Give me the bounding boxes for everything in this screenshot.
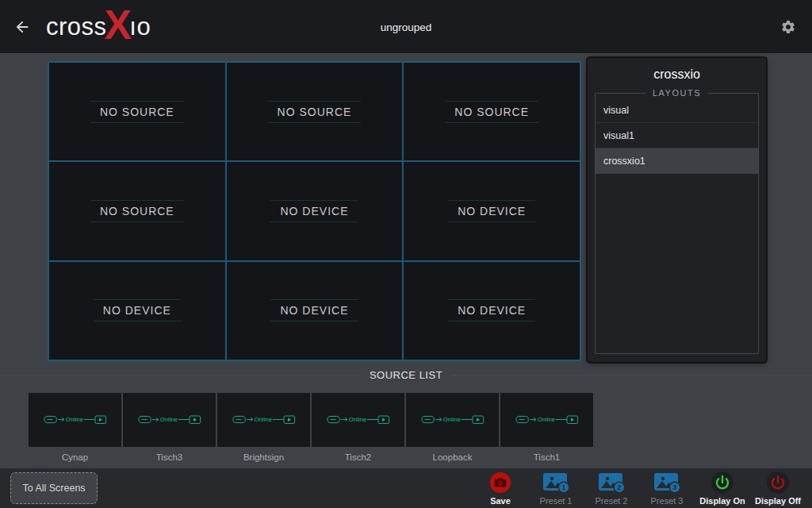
online-status-icon: Online	[232, 412, 296, 428]
grid-cell-7[interactable]: NO DEVICE	[49, 262, 225, 360]
svg-text:2: 2	[617, 483, 621, 491]
gear-icon	[780, 19, 796, 35]
grid-cell-6[interactable]: NO DEVICE	[404, 162, 580, 260]
source-tile-label: Loopback	[406, 452, 499, 462]
save-label: Save	[490, 496, 511, 506]
source-tile[interactable]: Online Loopback	[406, 393, 499, 462]
grid-cell-label: NO SOURCE	[90, 101, 184, 123]
source-thumbnail: Online	[312, 393, 404, 447]
online-status-icon: Online	[327, 412, 390, 428]
online-status-icon: Online	[421, 412, 485, 428]
preset-image-icon: 1	[542, 471, 570, 494]
app-logo: cross X ıo	[46, 10, 151, 44]
grid-cell-label: NO DEVICE	[448, 200, 535, 222]
online-status-icon: Online	[44, 412, 107, 428]
source-thumbnail: Online	[500, 393, 593, 447]
source-tile-label: Brightsign	[217, 452, 310, 462]
bottom-action-bar: To All Screens Save	[0, 468, 812, 508]
svg-text:Online: Online	[537, 416, 554, 423]
svg-text:Online: Online	[348, 416, 366, 423]
arrow-left-icon	[13, 18, 31, 36]
preset-3-label: Preset 3	[651, 496, 684, 506]
grid-cell-4[interactable]: NO SOURCE	[49, 162, 225, 260]
display-on-label: Display On	[699, 496, 745, 506]
grid-cell-5[interactable]: NO DEVICE	[227, 162, 403, 260]
svg-text:Online: Online	[65, 416, 82, 423]
layout-item-crossxio1[interactable]: crossxio1	[596, 148, 758, 174]
settings-button[interactable]	[771, 10, 806, 44]
to-all-screens-button[interactable]: To All Screens	[10, 472, 98, 504]
power-off-icon	[766, 471, 790, 495]
preset-3-button[interactable]: 3 Preset 3	[639, 471, 695, 506]
source-tiles-row: Online Cynap Online Tisch3	[29, 393, 595, 462]
source-tile[interactable]: Online Brightsign	[217, 393, 310, 462]
layouts-section-label: LAYOUTS	[645, 88, 708, 98]
logo-text-post: ıo	[129, 13, 151, 41]
source-tile-label: Tisch3	[123, 452, 216, 462]
source-tile-label: Tisch2	[312, 452, 404, 462]
grid-cell-2[interactable]: NO SOURCE	[227, 63, 403, 160]
panel-title: crossxio	[588, 58, 766, 88]
source-thumbnail: Online	[217, 393, 310, 447]
layout-item-visual[interactable]: visual	[596, 98, 758, 123]
display-off-button[interactable]: Display Off	[750, 471, 806, 506]
svg-text:Online: Online	[159, 416, 177, 423]
grid-cell-label: NO DEVICE	[270, 299, 358, 321]
preset-1-button[interactable]: 1 Preset 1	[528, 471, 584, 506]
source-tile-label: Cynap	[29, 452, 121, 462]
online-status-icon: Online	[515, 412, 579, 428]
preset-2-button[interactable]: 2 Preset 2	[584, 471, 639, 506]
logo-text-pre: cross	[46, 13, 107, 41]
display-on-button[interactable]: Display On	[695, 471, 750, 506]
preset-1-label: Preset 1	[540, 496, 573, 506]
layout-list: visual visual1 crossxio1	[596, 98, 758, 174]
source-thumbnail: Online	[406, 393, 499, 447]
back-button[interactable]	[3, 8, 41, 46]
grid-cell-9[interactable]: NO DEVICE	[404, 262, 580, 360]
divider-line	[452, 375, 812, 375]
source-list-label: SOURCE LIST	[360, 369, 452, 381]
source-thumbnail: Online	[123, 393, 216, 447]
logo-x: X	[105, 9, 132, 42]
online-status-icon: Online	[138, 412, 201, 428]
grid-cell-label: NO DEVICE	[270, 200, 358, 222]
preset-2-label: Preset 2	[596, 496, 628, 506]
source-tile[interactable]: Online Tisch1	[500, 393, 593, 462]
video-wall-grid: NO SOURCE NO SOURCE NO SOURCE NO SOURCE …	[48, 61, 581, 361]
camera-save-icon	[489, 471, 511, 494]
power-on-icon	[710, 471, 734, 495]
source-tile[interactable]: Online Cynap	[29, 393, 121, 462]
grid-cell-label: NO SOURCE	[90, 200, 184, 222]
top-app-bar: cross X ıo ungrouped	[0, 0, 812, 53]
source-tile[interactable]: Online Tisch3	[123, 393, 216, 462]
divider-line	[0, 375, 360, 375]
bottom-actions: Save 1 Preset 1	[473, 471, 806, 506]
grid-cell-8[interactable]: NO DEVICE	[227, 262, 403, 360]
svg-text:3: 3	[672, 483, 676, 491]
source-tile-label: Tisch1	[500, 452, 593, 462]
source-list-divider: SOURCE LIST	[0, 369, 812, 381]
svg-text:1: 1	[561, 483, 566, 491]
grid-cell-label: NO DEVICE	[448, 299, 535, 321]
display-off-label: Display Off	[755, 496, 801, 506]
grid-cell-3[interactable]: NO SOURCE	[404, 63, 580, 160]
save-button[interactable]: Save	[473, 471, 528, 506]
grid-cell-label: NO SOURCE	[268, 101, 362, 123]
group-title: ungrouped	[381, 21, 432, 33]
svg-text:Online: Online	[442, 416, 460, 423]
svg-text:Online: Online	[254, 416, 271, 423]
grid-cell-1[interactable]: NO SOURCE	[49, 63, 225, 160]
layout-item-visual1[interactable]: visual1	[596, 123, 758, 148]
preset-image-icon: 2	[597, 471, 626, 494]
source-thumbnail: Online	[29, 393, 121, 447]
layouts-panel: crossxio LAYOUTS visual visual1 crossxio…	[588, 58, 766, 362]
preset-image-icon: 3	[653, 471, 681, 494]
source-tile[interactable]: Online Tisch2	[312, 393, 404, 462]
layouts-fieldset: LAYOUTS visual visual1 crossxio1	[595, 88, 759, 354]
grid-cell-label: NO DEVICE	[94, 299, 181, 321]
grid-cell-label: NO SOURCE	[445, 101, 538, 123]
